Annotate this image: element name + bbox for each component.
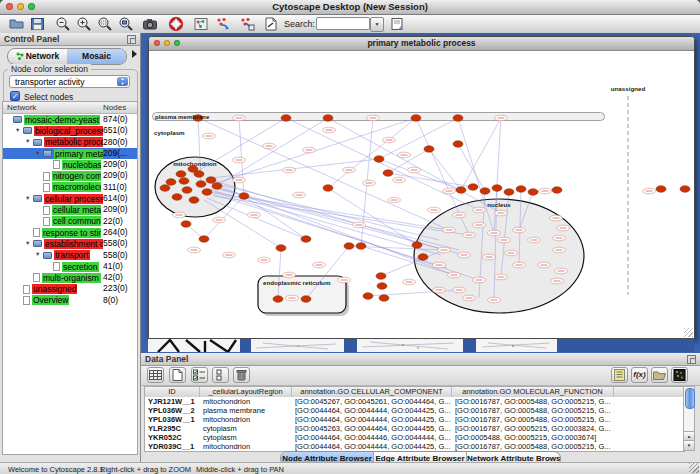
- unselect-attributes-button[interactable]: [212, 367, 229, 383]
- network-node[interactable]: [276, 245, 286, 252]
- network-edge[interactable]: [286, 118, 479, 210]
- open-button[interactable]: [8, 16, 25, 32]
- zoom-in-button[interactable]: [76, 16, 93, 32]
- scroll-down-button[interactable]: ▼: [684, 440, 694, 450]
- network-node[interactable]: [281, 115, 291, 122]
- network-node[interactable]: [189, 197, 199, 204]
- tree-row[interactable]: ▼primary metabol209(...: [3, 148, 137, 159]
- search-dropdown-button[interactable]: ▼: [370, 17, 384, 32]
- background-network-windows[interactable]: [148, 339, 694, 352]
- table-column-header[interactable]: _cellularLayoutRegion: [200, 387, 292, 397]
- data-panel-header[interactable]: Data Panel: [141, 353, 700, 366]
- select-nodes-checkbox[interactable]: ✓: [10, 91, 20, 101]
- network-edge[interactable]: [328, 188, 417, 245]
- advanced-search-button[interactable]: [389, 16, 406, 32]
- network-edge[interactable]: [209, 182, 439, 240]
- network-node[interactable]: [301, 236, 311, 243]
- network-node[interactable]: [453, 141, 463, 148]
- network-node[interactable]: [379, 295, 389, 302]
- expander-icon[interactable]: ▼: [15, 128, 23, 134]
- network-node[interactable]: [160, 185, 170, 192]
- select-attributes-button[interactable]: [191, 367, 208, 383]
- network-node[interactable]: [199, 236, 209, 243]
- network-node[interactable]: [480, 188, 490, 195]
- network-node[interactable]: [273, 296, 283, 303]
- network-node[interactable]: [323, 185, 333, 192]
- table-row[interactable]: YDR039C__1mitochondrion[GO:0044464, GO:0…: [145, 442, 684, 451]
- network-node[interactable]: [182, 187, 192, 194]
- network-node[interactable]: [344, 243, 354, 250]
- table-column-header[interactable]: annotation.GO CELLULAR_COMPONENT: [292, 387, 452, 397]
- network-edge[interactable]: [213, 194, 447, 268]
- table-row[interactable]: YKR052Ccytoplasm[GO:0044464, GO:0044446,…: [145, 433, 684, 442]
- network-node[interactable]: [453, 115, 463, 122]
- network-view-window[interactable]: primary metabolic process plasma membran…: [148, 36, 695, 339]
- save-button[interactable]: [29, 16, 46, 32]
- expander-icon[interactable]: ▼: [35, 252, 43, 258]
- expander-icon[interactable]: ▼: [25, 139, 33, 145]
- network-node[interactable]: [196, 181, 206, 188]
- network-node[interactable]: [656, 186, 666, 193]
- network-view-titlebar[interactable]: primary metabolic process: [149, 37, 694, 51]
- import-attributes-button[interactable]: [651, 367, 668, 383]
- tree-row[interactable]: ▼biological_process651(0): [3, 125, 137, 136]
- expander-icon[interactable]: ▼: [35, 151, 43, 157]
- tab-network[interactable]: Network: [8, 49, 67, 64]
- view-resize-grip[interactable]: [684, 328, 693, 337]
- zoom-fit-button[interactable]: [118, 16, 135, 32]
- network-node[interactable]: [212, 183, 222, 190]
- table-row[interactable]: YPL036W__1mitochondrion[GO:0044464, GO:0…: [145, 415, 684, 424]
- attribute-table[interactable]: YJR121W__1mitochondrion[GO:0045267, GO:0…: [144, 397, 685, 452]
- network-node[interactable]: [356, 243, 366, 250]
- expander-icon[interactable]: ▼: [25, 196, 33, 202]
- network-node[interactable]: [239, 193, 249, 200]
- table-column-header[interactable]: ID: [145, 387, 200, 397]
- tree-row[interactable]: ▼transport558(0): [3, 250, 137, 261]
- help-ring-button[interactable]: [168, 16, 185, 32]
- network-edge[interactable]: [215, 188, 464, 255]
- table-row[interactable]: YLR295Ccytoplasm[GO:0045263, GO:0044464,…: [145, 424, 684, 433]
- new-network-from-selection-button[interactable]: [215, 16, 232, 32]
- new-attribute-button[interactable]: [169, 367, 186, 383]
- network-node[interactable]: [456, 187, 466, 194]
- network-tree-header[interactable]: Network Nodes: [3, 102, 137, 114]
- search-input[interactable]: [316, 17, 370, 30]
- network-node[interactable]: [172, 194, 182, 201]
- tree-row[interactable]: secretion41(0): [3, 261, 137, 272]
- network-edge[interactable]: [461, 118, 501, 190]
- network-node[interactable]: [680, 186, 690, 193]
- network-node[interactable]: [411, 115, 421, 122]
- network-edge[interactable]: [213, 184, 454, 275]
- tree-row[interactable]: cell communicat22(0): [3, 216, 137, 227]
- network-node[interactable]: [323, 115, 333, 122]
- annotation-button[interactable]: [262, 16, 279, 32]
- table-column-header[interactable]: annotation.GO MOLECULAR_FUNCTION: [452, 387, 614, 397]
- tree-row[interactable]: multi-organism pro42(0): [3, 272, 137, 283]
- network-node[interactable]: [194, 171, 204, 178]
- network-node[interactable]: [424, 146, 434, 153]
- tree-row[interactable]: ▼cellular process614(0): [3, 193, 137, 204]
- float-data-panel-icon[interactable]: [687, 355, 696, 364]
- network-node[interactable]: [179, 178, 189, 185]
- network-node[interactable]: [412, 242, 422, 249]
- network-node[interactable]: [301, 296, 311, 303]
- expander-icon[interactable]: ▼: [25, 241, 33, 247]
- network-node[interactable]: [492, 185, 502, 192]
- network-node[interactable]: [374, 156, 384, 163]
- network-node[interactable]: [383, 170, 393, 177]
- network-node[interactable]: [377, 283, 387, 290]
- network-node[interactable]: [166, 179, 176, 186]
- network-node[interactable]: [376, 273, 386, 280]
- network-edge[interactable]: [217, 188, 459, 250]
- scrollbar-thumb[interactable]: [685, 388, 695, 409]
- tab-mosaic[interactable]: Mosaic: [67, 49, 126, 64]
- tree-row[interactable]: ▼establishment of lo558(0): [3, 238, 137, 249]
- delete-attribute-button[interactable]: [233, 367, 250, 383]
- formula-button[interactable]: f(x): [631, 367, 648, 383]
- network-node[interactable]: [552, 187, 562, 194]
- network-node[interactable]: [516, 186, 526, 193]
- tree-row[interactable]: macromolecule311(0): [3, 182, 137, 193]
- network-node[interactable]: [528, 189, 538, 196]
- titlebar[interactable]: Cytoscape Desktop (New Session): [0, 0, 700, 15]
- network-node[interactable]: [206, 177, 216, 184]
